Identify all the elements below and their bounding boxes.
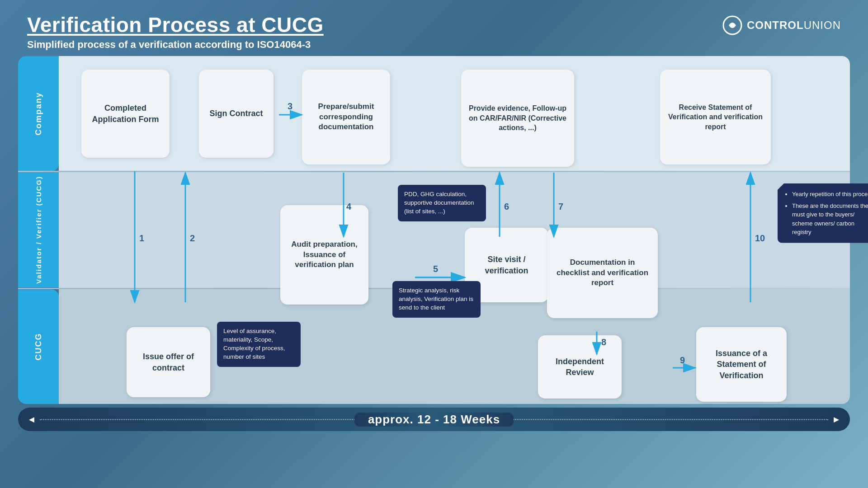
sign-contract-box: Sign Contract [199,70,274,158]
company-label: Company [18,56,59,171]
logo-text: CONTROLUNION [747,19,841,32]
timeline-arrow-right: ► [832,414,841,425]
main-title: Verification Process at CUCG [27,13,324,37]
audit-prep-box: Audit preparation, Issuance of verificat… [280,205,368,305]
timeline-bar: ◄ ► approx. 12 - 18 Weeks [18,408,850,431]
logo-icon [722,15,742,35]
timeline-label: approx. 12 - 18 Weeks [354,413,514,427]
pdd-tooltip-box: PDD, GHG calculation, supportive documen… [398,185,486,221]
strategic-tooltip-box: Strategic analysis, risk analysis, Verif… [392,281,481,318]
issuance-statement-box: Issuance of a Statement of Verification [696,327,787,402]
level-tooltip-box: Level of assurance, materiality, Scope, … [217,322,301,367]
validator-label: Validator / Verifier (CUCG) [18,172,59,287]
logo-block: CONTROLUNION [722,15,841,35]
diagram-area: Company Validator / Verifier (CUCG) CUCG [18,56,850,404]
yearly-tooltip-box: Yearly repetition of this process These … [778,183,868,243]
cucg-label: CUCG [18,289,59,404]
provide-evidence-box: Provide evidence, Follow-up on CAR/FAR/N… [461,70,574,167]
timeline-arrow-left: ◄ [27,414,36,425]
completed-app-box: Completed Application Form [81,70,170,158]
title-block: Verification Process at CUCG Simplified … [27,13,324,51]
documentation-box: Documentation in checklist and verificat… [547,228,658,318]
receive-statement-box: Receive Statement of Verification and ve… [660,70,771,164]
prepare-submit-box: Prepare/submit corresponding documentati… [302,70,390,164]
header: Verification Process at CUCG Simplified … [0,0,868,56]
issue-offer-box: Issue offer of contract [127,327,210,397]
independent-review-box: Independent Review [538,335,622,399]
subtitle: Simplified process of a verification acc… [27,39,324,51]
